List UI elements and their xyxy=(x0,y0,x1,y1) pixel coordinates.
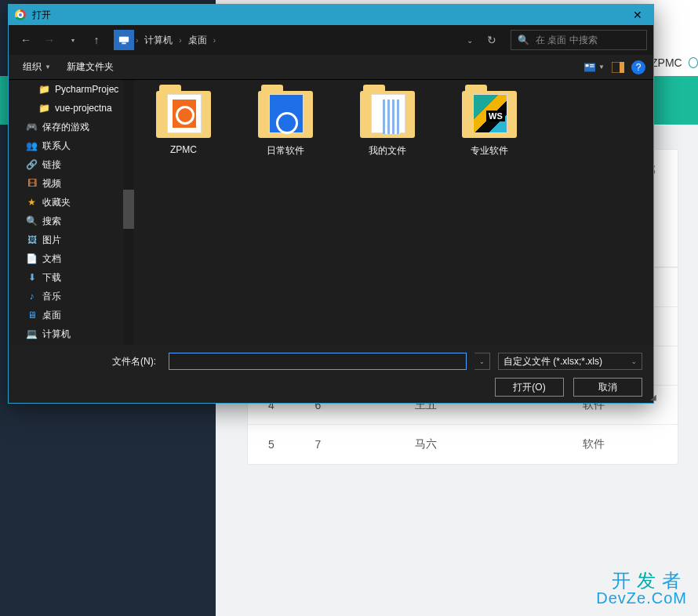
organize-button[interactable]: 组织▼ xyxy=(16,57,57,77)
search-icon: 🔍 xyxy=(26,216,38,227)
tree-item-music[interactable]: ♪音乐 xyxy=(9,287,134,306)
tree-item-label: 图片 xyxy=(42,234,61,247)
folder-tree[interactable]: 📁PycharmProjec📁vue-projectna🎮保存的游戏👥联系人🔗链… xyxy=(9,80,134,345)
people-icon: 👥 xyxy=(26,140,38,152)
site-logo: 开发者 DevZe.CoM xyxy=(596,571,687,607)
recent-dropdown[interactable]: ▾ xyxy=(62,29,84,51)
folder-label: 我的文件 xyxy=(352,144,423,158)
filename-label: 文件名(N): xyxy=(20,355,161,368)
filetype-select[interactable]: 自定义文件 (*.xlsx;*.xls) ⌄ xyxy=(498,353,642,370)
address-history-dropdown[interactable]: ⌄ xyxy=(460,36,479,45)
refresh-button[interactable]: ↻ xyxy=(481,29,503,51)
tree-item-label: 桌面 xyxy=(42,309,61,322)
folder-icon xyxy=(258,91,313,138)
tree-item-label: 联系人 xyxy=(42,140,71,153)
folder-icon: WS xyxy=(462,91,517,138)
music-icon: ♪ xyxy=(26,291,38,303)
tree-item-label: vue-projectna xyxy=(55,103,112,114)
dialog-title: 打开 xyxy=(32,9,51,22)
toolbar: 组织▼ 新建文件夹 ▼ ? xyxy=(9,55,653,80)
tree-item-label: 视频 xyxy=(42,177,61,190)
bg-header-right: ZPMC xyxy=(651,47,698,78)
logo-line2: DevZe.CoM xyxy=(596,590,687,607)
folder-label: 日常软件 xyxy=(250,144,321,158)
tree-item-doc[interactable]: 📄文档 xyxy=(9,249,134,268)
tree-item-dl[interactable]: ⬇下载 xyxy=(9,268,134,287)
preview-pane-button[interactable] xyxy=(608,59,628,76)
search-placeholder: 在 桌面 中搜索 xyxy=(536,34,598,47)
desk-icon: 🖥 xyxy=(26,310,38,321)
tree-item-label: 保存的游戏 xyxy=(42,121,89,134)
svg-rect-7 xyxy=(620,62,624,73)
tree-item-star[interactable]: ★收藏夹 xyxy=(9,193,134,212)
doc-icon: 📄 xyxy=(26,253,38,265)
star-icon: ★ xyxy=(26,197,38,208)
link-icon: 🔗 xyxy=(26,159,38,171)
tree-item-folder[interactable]: 📁vue-projectna xyxy=(9,99,134,118)
help-button[interactable]: ? xyxy=(631,60,645,74)
chevron-right-icon: › xyxy=(177,36,183,45)
breadcrumb-folder[interactable]: 桌面 xyxy=(184,30,212,50)
addressbar[interactable]: › 计算机 › 桌面 › ⌄ xyxy=(114,30,479,50)
tree-item-label: 计算机 xyxy=(42,328,71,341)
folder-icon: 📁 xyxy=(38,103,50,114)
tree-item-people[interactable]: 👥联系人 xyxy=(9,136,134,155)
tree-item-label: 音乐 xyxy=(42,290,61,303)
tree-item-label: 下载 xyxy=(42,271,61,284)
svg-rect-4 xyxy=(590,64,594,65)
pc-icon: 💻 xyxy=(26,328,38,340)
back-button[interactable]: ← xyxy=(15,29,37,51)
folder-item-pro[interactable]: WS专业软件 xyxy=(454,91,525,158)
new-folder-button[interactable]: 新建文件夹 xyxy=(60,57,120,77)
folder-label: 专业软件 xyxy=(454,144,525,158)
chevron-right-icon: › xyxy=(134,36,140,45)
tree-item-pc[interactable]: 💻计算机 xyxy=(9,324,134,343)
tree-item-label: 搜索 xyxy=(42,215,61,228)
svg-rect-0 xyxy=(119,37,129,42)
up-button[interactable]: ↑ xyxy=(85,29,107,51)
filename-input[interactable] xyxy=(169,353,467,370)
open-button[interactable]: 打开(O) xyxy=(495,378,564,397)
tree-item-link[interactable]: 🔗链接 xyxy=(9,155,134,174)
tree-item-folder[interactable]: 📁PycharmProjec xyxy=(9,80,134,99)
tree-item-desk[interactable]: 🖥桌面 xyxy=(9,306,134,324)
tree-item-label: PycharmProjec xyxy=(55,84,118,95)
svg-rect-3 xyxy=(586,64,589,67)
tree-item-label: 收藏夹 xyxy=(42,196,71,209)
bg-header-text: ZPMC xyxy=(651,56,682,69)
folder-item-zpmc[interactable]: ZPMC xyxy=(148,91,219,155)
tree-item-label: 链接 xyxy=(42,158,61,172)
video-icon: 🎞 xyxy=(26,178,38,190)
navbar: ← → ▾ ↑ › 计算机 › 桌面 › ⌄ ↻ 🔍 在 桌面 中搜索 xyxy=(9,25,653,55)
tree-item-label: 文档 xyxy=(42,252,61,266)
cancel-button[interactable]: 取消 xyxy=(573,378,642,397)
chevron-down-icon: ⌄ xyxy=(631,358,637,365)
folder-icon: 📁 xyxy=(38,84,50,96)
close-button[interactable]: ✕ xyxy=(622,5,653,25)
titlebar[interactable]: 打开 ✕ xyxy=(9,5,653,25)
forward-button[interactable]: → xyxy=(38,29,60,51)
tree-item-save[interactable]: 🎮保存的游戏 xyxy=(9,118,134,136)
globe-icon xyxy=(689,57,698,68)
addressbar-empty[interactable] xyxy=(217,30,460,50)
chrome-icon xyxy=(15,9,26,20)
dl-icon: ⬇ xyxy=(26,272,38,284)
tree-scrollbar[interactable] xyxy=(123,80,134,345)
breadcrumb-root[interactable]: 计算机 xyxy=(140,30,177,50)
folder-icon xyxy=(156,91,211,138)
view-mode-button[interactable]: ▼ xyxy=(584,59,605,76)
pc-icon[interactable] xyxy=(114,30,134,50)
tree-item-search[interactable]: 🔍搜索 xyxy=(9,212,134,230)
search-input[interactable]: 🔍 在 桌面 中搜索 xyxy=(511,30,647,50)
file-pane[interactable]: ZPMC日常软件我的文件WS专业软件 xyxy=(134,80,653,345)
tree-item-video[interactable]: 🎞视频 xyxy=(9,174,134,193)
scroll-thumb[interactable] xyxy=(123,190,134,229)
filename-history-dropdown[interactable]: ⌄ xyxy=(474,353,490,370)
bottom-bar: 文件名(N): ⌄ 自定义文件 (*.xlsx;*.xls) ⌄ 打开(O) 取… xyxy=(9,345,653,403)
folder-item-mine[interactable]: 我的文件 xyxy=(352,91,423,158)
folder-item-soft[interactable]: 日常软件 xyxy=(250,91,321,158)
svg-rect-1 xyxy=(122,43,125,45)
chevron-right-icon: › xyxy=(212,36,217,45)
resize-grip[interactable]: ◢ xyxy=(650,393,652,401)
tree-item-pic[interactable]: 🖼图片 xyxy=(9,230,134,249)
